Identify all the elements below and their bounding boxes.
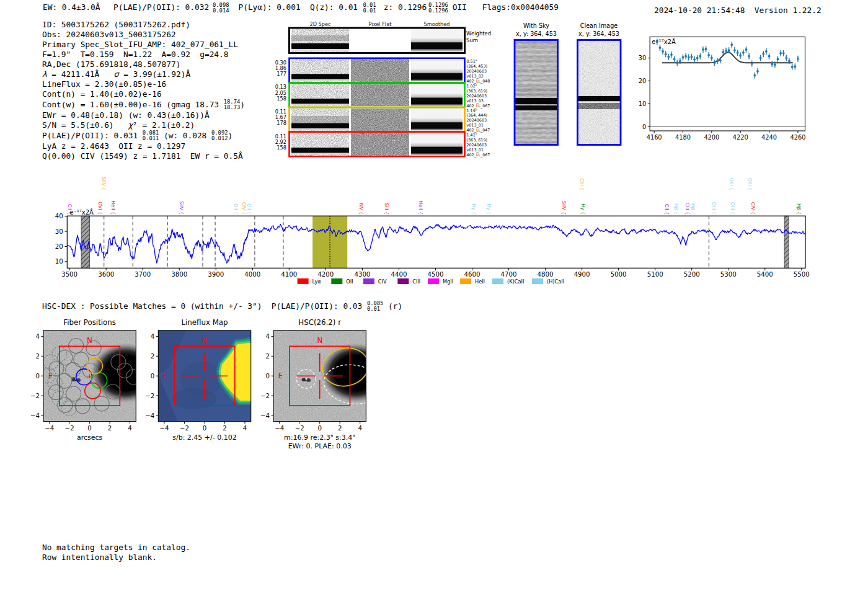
inset-unit-label: e⁻¹⁷x2Å <box>652 38 676 45</box>
spectrum-xtick-3700: 3700 <box>135 271 151 278</box>
legend-label-(K)CaII: (K)CaII <box>507 278 524 285</box>
spectrum-unit-label: e⁻¹⁷x2Å <box>69 208 94 216</box>
cutout-fiber-positions-xtick--2: −2 <box>65 425 74 432</box>
cutout-lineflux-map-ytick-0: 0 <box>151 373 154 380</box>
cutout-panel-hsc-r-cutout: HSC(26.2) rNE−4−4−2−2002244m:16.9 re:2.3… <box>260 318 391 450</box>
catalog-note-1: Row intentionally blank. <box>42 553 190 562</box>
catalog-notes: No matching targets in catalog.Row inten… <box>42 543 190 562</box>
cutout-hsc-r-cutout-xtick--2: −2 <box>295 425 304 432</box>
line-label-6-CIV: CIV { <box>241 202 247 215</box>
spectrum-legend: LyαOIICIVCIIIMgIIHeII(K)CaII(H)CaII <box>298 278 565 285</box>
cutouts-svg: Fiber Positions+NE−4−4−2−2002244arcsecsL… <box>0 313 409 459</box>
spectrum-xtick-4000: 4000 <box>244 271 260 278</box>
cutout-lineflux-map-ytick-4: 4 <box>151 333 154 340</box>
cutout-hsc-r-cutout-ytick-0: 0 <box>266 373 270 380</box>
cutout-xlabel2-hsc-r-cutout: EWr: 0. PLAE: 0.03 <box>288 442 352 450</box>
catalog-header-text-2: (r) <box>383 301 402 311</box>
legend-label-MgII: MgII <box>443 278 453 285</box>
spectrum-xtick-3800: 3800 <box>171 271 187 278</box>
inset-xtick-4200: 4200 <box>704 134 719 141</box>
catalog-header-text-0: HSC-DEX : Possible Matches = 0 (within +… <box>42 301 367 311</box>
legend-label-CIV: CIV <box>378 278 387 285</box>
cutout-fiber-positions-ytick--4: −4 <box>30 412 40 419</box>
compass-east-fiber-positions: E <box>48 371 53 380</box>
spectrum-xtick-3500: 3500 <box>61 271 78 278</box>
line-label-15-Hγ: Hγ { <box>580 203 586 215</box>
line-label-20-OIII: OIII { <box>711 202 717 215</box>
cutout-hsc-r-cutout-xtick--4: −4 <box>275 425 284 432</box>
gaussian-fit-line <box>662 52 793 63</box>
cutout-xlabel-hsc-r-cutout: m:16.9 re:2.3" s:3.4" <box>284 433 355 442</box>
line-label-1-OVI: OVI { <box>97 202 103 215</box>
line-label-14-CIII: CIII { <box>579 178 585 190</box>
cutout-fiber-positions-xtick--4: −4 <box>45 425 54 432</box>
spectrum-xtick-3600: 3600 <box>98 271 114 278</box>
cutout-lineflux-map-xtick-0: 0 <box>203 425 206 432</box>
inset-ytick-10: 10 <box>639 100 646 107</box>
legend-label-(H)CaII: (H)CaII <box>547 278 564 285</box>
spectrum-xtick-4900: 4900 <box>574 271 590 278</box>
cutout-hsc-r-cutout-ytick-4: 4 <box>266 333 270 340</box>
line-label-9-SiII: SiII { <box>384 203 389 215</box>
cutout-xlabel-lineflux-map: s/b: 2.45 +/- 0.102 <box>172 433 237 442</box>
cutout-fiber-positions-xtick-0: 0 <box>87 425 91 432</box>
cutout-lineflux-map-ytick-2: 2 <box>151 353 154 360</box>
spectrum-ytick-20: 20 <box>55 243 63 250</box>
compass-north-fiber-positions: N <box>87 336 92 345</box>
spectrum-xtick-4500: 4500 <box>428 271 444 278</box>
compass-north-lineflux-map: N <box>202 336 208 345</box>
with-sky-coords: x, y: 364, 453 <box>516 30 557 37</box>
cutout-fiber-positions-ytick-2: 2 <box>35 353 39 360</box>
spectrum-xtick-5300: 5300 <box>720 271 737 278</box>
line-label-25-Hβ: Hβ { <box>796 203 802 215</box>
cutout-title-hsc-r-cutout: HSC(26.2) r <box>298 318 341 327</box>
spectrum-xtick-4100: 4100 <box>281 271 297 278</box>
cutout-lineflux-map-ytick--2: −2 <box>145 393 154 399</box>
legend-label-OII: OII <box>346 278 353 285</box>
spectrum-ytick-10: 10 <box>55 258 63 265</box>
inset-xtick-4220: 4220 <box>733 134 748 141</box>
clean-image-title: Clean Image <box>580 22 618 29</box>
spectrum-xtick-4700: 4700 <box>501 271 517 278</box>
spectrum-xtick-4800: 4800 <box>538 271 554 278</box>
line-label-17-Hβ: Hβ { <box>673 203 679 215</box>
line-label-3-HeII: HeII { <box>110 200 116 215</box>
line-label-22-OIII: OIII { <box>730 202 735 215</box>
cutout-hsc-r-cutout-ytick-2: 2 <box>266 353 270 360</box>
full-spectrum-plot: 3500360037003800390040004100420043004400… <box>37 163 837 290</box>
cutout-fiber-positions-ytick-4: 4 <box>35 333 39 340</box>
inset-xtick-4260: 4260 <box>790 134 805 141</box>
cutout-panel-lineflux-map: Lineflux MapNE−4−4−2−2002244s/b: 2.45 +/… <box>145 318 252 442</box>
stamps-svg: With Skyx, y: 364, 453Clean Imagex, y: 3… <box>0 0 645 155</box>
cutout-hsc-r-cutout-xtick-0: 0 <box>317 425 321 432</box>
cutout-lineflux-map-xtick--4: −4 <box>160 425 169 432</box>
cutout-lineflux-map-ytick--4: −4 <box>145 412 154 419</box>
spectrum-xtick-4300: 4300 <box>354 271 370 278</box>
spectrum-xtick-4200: 4200 <box>317 271 334 278</box>
line-label-5-OII: OII { <box>233 203 239 215</box>
line-label-23-OIII: OIII { <box>747 178 753 190</box>
cutout-hsc-r-cutout-xtick-2: 2 <box>338 425 342 432</box>
catalog-header-uncertainty-1: 0.0850.01 <box>367 301 383 312</box>
with-sky-title: With Sky <box>523 22 549 29</box>
line-label-18-CIII: CIII { <box>684 202 690 215</box>
line-label-21-OIII: OIII { <box>728 178 734 190</box>
inset-xtick-4160: 4160 <box>647 134 662 141</box>
inset-ytick-30: 30 <box>639 55 646 61</box>
spectrum-xtick-5500: 5500 <box>794 271 810 278</box>
compass-north-hsc-r-cutout: N <box>317 336 322 345</box>
line-label-12-Hγ: Hγ { <box>486 203 492 215</box>
line-fit-inset-plot: 4160418042004220424042600102030e⁻¹⁷x2Å <box>645 30 825 141</box>
inset-ytick-0: 0 <box>642 123 646 130</box>
fiber-center-marker: + <box>87 372 92 380</box>
compass-east-hsc-r-cutout: E <box>278 371 283 380</box>
legend-label-Lyα: Lyα <box>312 278 321 285</box>
inset-xtick-4180: 4180 <box>675 134 691 141</box>
spectrum-xtick-5200: 5200 <box>684 271 700 278</box>
cutout-fiber-positions-xtick-2: 2 <box>108 425 112 432</box>
catalog-note-0: No matching targets in catalog. <box>42 543 190 553</box>
cutout-fiber-positions-ytick-0: 0 <box>35 373 39 380</box>
cutout-lineflux-map-xtick-2: 2 <box>223 425 226 432</box>
line-label-10-HeII: HeII { <box>418 200 423 215</box>
cutout-lineflux-map-xtick--2: −2 <box>180 425 189 432</box>
